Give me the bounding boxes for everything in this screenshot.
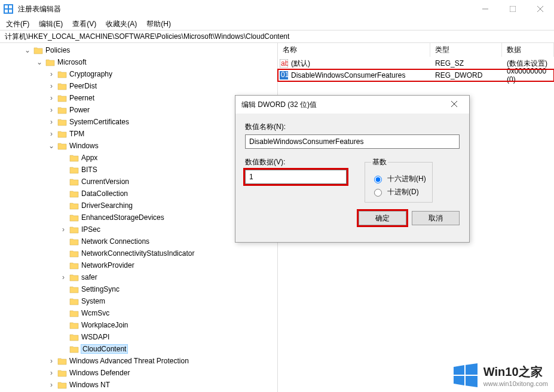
col-header-data[interactable]: 数据 — [502, 43, 554, 57]
tree-item[interactable]: ⌄Policies — [0, 44, 277, 56]
tree-toggle[interactable]: › — [48, 357, 55, 365]
maximize-icon — [510, 6, 516, 12]
address-text: 计算机\HKEY_LOCAL_MACHINE\SOFTWARE\Policies… — [5, 32, 289, 42]
value-row[interactable]: 011DisableWindowsConsumerFeaturesREG_DWO… — [278, 69, 554, 81]
tree-item[interactable]: ▸System — [0, 295, 277, 307]
tree-label: Windows — [69, 142, 99, 150]
tree-toggle[interactable]: › — [48, 369, 55, 377]
tree-label: NetworkProvider — [81, 261, 134, 270]
tree-label: Appx — [81, 154, 97, 162]
win10-logo-icon — [454, 363, 478, 387]
tree-label: Cryptography — [69, 70, 112, 78]
tree-item[interactable]: ›Cryptography — [0, 68, 277, 80]
col-header-type[interactable]: 类型 — [430, 43, 502, 57]
close-button[interactable] — [527, 0, 554, 18]
tree-toggle[interactable]: › — [48, 70, 55, 78]
regedit-icon — [4, 4, 13, 14]
radio-hex-input[interactable] — [374, 176, 382, 183]
watermark-url: www.win10xitong.com — [483, 380, 548, 387]
value-type: REG_SZ — [430, 59, 502, 68]
tree-label: WcmSvc — [81, 309, 109, 317]
minimize-button[interactable] — [472, 0, 499, 18]
tree-label: EnhancedStorageDevices — [81, 213, 164, 222]
tree-label: NetworkConnectivityStatusIndicator — [81, 249, 194, 258]
radio-dec-input[interactable] — [374, 189, 382, 197]
tree-item[interactable]: ▸NetworkConnectivityStatusIndicator — [0, 247, 277, 259]
data-label: 数值数据(V): — [245, 157, 347, 167]
tree-item[interactable]: ▸WorkplaceJoin — [0, 319, 277, 331]
string-icon: ab — [278, 59, 290, 68]
tree-item[interactable]: ›Windows Defender — [0, 367, 277, 379]
svg-rect-3 — [5, 10, 8, 13]
tree-item[interactable]: ›PeerDist — [0, 80, 277, 92]
maximize-button[interactable] — [499, 0, 527, 18]
tree-toggle[interactable]: › — [60, 273, 67, 281]
tree-label: DataCollection — [81, 189, 128, 198]
tree-label: DriverSearching — [81, 201, 133, 210]
svg-rect-4 — [9, 10, 12, 13]
close-icon — [451, 101, 457, 107]
value-name: (默认) — [290, 59, 430, 69]
radio-dec[interactable]: 十进制(D) — [371, 185, 426, 198]
address-bar[interactable]: 计算机\HKEY_LOCAL_MACHINE\SOFTWARE\Policies… — [0, 30, 554, 43]
tree-toggle[interactable]: ⌄ — [36, 58, 43, 66]
dialog-close-button[interactable] — [445, 100, 463, 109]
tree-toggle[interactable]: ⌄ — [48, 142, 55, 150]
ok-button[interactable]: 确定 — [359, 211, 406, 225]
tree-label: WSDAPI — [81, 333, 109, 341]
tree-toggle[interactable]: › — [48, 381, 55, 389]
tree-label: SettingSync — [81, 285, 120, 293]
tree-item[interactable]: ▸WcmSvc — [0, 307, 277, 319]
name-label: 数值名称(N): — [245, 122, 460, 132]
value-type: REG_DWORD — [430, 71, 502, 79]
title-bar: 注册表编辑器 — [0, 0, 554, 18]
tree-label: CurrentVersion — [81, 177, 129, 186]
tree-label: Network Connections — [81, 237, 149, 246]
window-title: 注册表编辑器 — [18, 4, 61, 14]
minimize-icon — [482, 6, 488, 12]
dword-icon: 011 — [278, 71, 290, 79]
close-icon — [537, 6, 543, 12]
watermark-title: Win10之家 — [483, 364, 548, 380]
tree-item[interactable]: ▸WSDAPI — [0, 331, 277, 343]
menu-favorites[interactable]: 收藏夹(A) — [106, 19, 137, 29]
value-data: 0x00000000 (0) — [502, 67, 554, 84]
tree-label: Power — [69, 106, 90, 114]
tree-toggle[interactable]: › — [48, 118, 55, 126]
name-input[interactable] — [245, 134, 460, 149]
dialog-title: 编辑 DWORD (32 位)值 — [241, 100, 317, 110]
tree-toggle[interactable]: ⌄ — [24, 46, 31, 54]
tree-item[interactable]: ▸NetworkProvider — [0, 259, 277, 271]
value-header: 名称 类型 数据 — [278, 43, 554, 57]
tree-toggle[interactable]: › — [48, 94, 55, 102]
col-header-name[interactable]: 名称 — [278, 43, 430, 57]
svg-text:011: 011 — [281, 71, 288, 79]
data-input[interactable] — [245, 170, 347, 184]
menu-view[interactable]: 查看(V) — [72, 19, 96, 29]
tree-item[interactable]: ›Windows Advanced Threat Protection — [0, 355, 277, 367]
radio-hex[interactable]: 十六进制(H) — [371, 172, 426, 185]
cancel-button[interactable]: 取消 — [412, 211, 460, 225]
tree-item[interactable]: ⌄Microsoft — [0, 56, 277, 68]
tree-item[interactable]: ›Windows NT — [0, 379, 277, 391]
tree-toggle[interactable]: › — [60, 225, 67, 234]
svg-text:ab: ab — [281, 59, 288, 68]
tree-toggle[interactable]: › — [48, 82, 55, 90]
tree-label: IPSec — [81, 225, 100, 234]
tree-item[interactable]: ▸SettingSync — [0, 283, 277, 295]
menu-bar: 文件(F) 编辑(E) 查看(V) 收藏夹(A) 帮助(H) — [0, 18, 554, 30]
tree-label: Microsoft — [57, 58, 87, 66]
menu-help[interactable]: 帮助(H) — [146, 19, 171, 29]
value-name: DisableWindowsConsumerFeatures — [290, 71, 430, 79]
tree-label: Windows Advanced Threat Protection — [69, 357, 189, 365]
base-legend: 基数 — [371, 157, 388, 167]
tree-item[interactable]: ›safer — [0, 271, 277, 283]
tree-label: safer — [81, 273, 97, 281]
watermark: Win10之家 www.win10xitong.com — [454, 363, 548, 387]
tree-item[interactable]: ▸CloudContent — [0, 343, 277, 355]
tree-toggle[interactable]: › — [48, 106, 55, 114]
menu-edit[interactable]: 编辑(E) — [39, 19, 63, 29]
tree-toggle[interactable]: › — [48, 130, 55, 138]
tree-label: Windows Defender — [69, 369, 130, 377]
menu-file[interactable]: 文件(F) — [6, 19, 29, 29]
